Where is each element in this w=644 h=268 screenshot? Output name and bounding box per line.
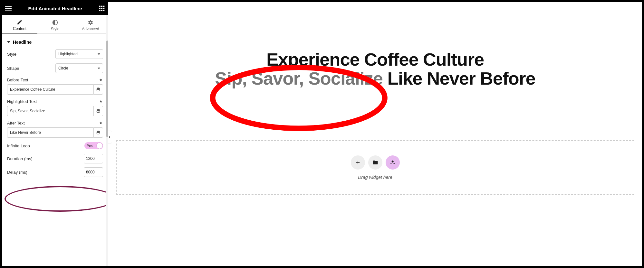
live-preview: Experience Coffee Culture Sip, Savor, So… [108,2,642,88]
svg-rect-10 [101,10,102,11]
dynamic-tags-icon[interactable] [99,99,103,104]
style-select-value: Highlighted [58,52,78,56]
tab-advanced[interactable]: Advanced [73,15,108,33]
after-text-input[interactable] [7,127,93,138]
dynamic-tags-icon[interactable] [99,121,103,125]
editor-canvas: Experience Coffee Culture Sip, Savor, So… [108,2,642,266]
section-headline-label: Headline [13,40,32,45]
dynamic-tags-icon[interactable] [99,78,103,82]
widget-drop-zone[interactable]: Drag widget here [116,140,634,195]
after-text-label: After Text [7,121,25,125]
highlighted-text-label: Highlighted Text [7,99,37,104]
before-text-label: Before Text [7,78,28,82]
toggle-knob [97,143,102,149]
highlighted-text-db-button[interactable] [93,106,103,116]
add-template-button[interactable] [368,155,382,170]
contrast-icon [52,20,58,25]
svg-rect-4 [101,6,102,7]
duration-label: Duration (ms) [7,156,33,161]
tab-style-label: Style [51,27,60,31]
pencil-icon [17,19,23,25]
svg-rect-9 [99,10,101,11]
caret-down-icon [7,41,10,43]
panel-title: Edit Animated Headline [28,6,82,11]
infinite-loop-toggle[interactable]: Yes [84,142,103,149]
svg-rect-7 [101,8,102,9]
panel-tabs: Content Style Advanced [2,15,108,34]
panel-body: Headline Style Highlighted Shape Circle [2,34,108,266]
gear-icon [88,20,93,25]
shape-select[interactable]: Circle [55,63,103,73]
svg-rect-1 [5,8,12,9]
editor-sidebar: Edit Animated Headline Content Style Adv… [2,2,108,266]
sparkle-icon [390,160,396,165]
svg-rect-2 [5,10,12,10]
plus-icon [355,160,361,165]
tab-content[interactable]: Content [2,15,37,33]
folder-icon [372,160,378,165]
style-label: Style [7,52,16,57]
after-text-db-button[interactable] [93,127,103,138]
widget-grid-icon[interactable] [99,5,105,12]
section-headline-toggle[interactable]: Headline [7,34,103,49]
chevron-down-icon [98,68,100,69]
delay-label: Delay (ms) [7,170,27,175]
svg-rect-5 [103,6,104,7]
tab-advanced-label: Advanced [82,27,99,31]
headline-highlighted: Sip, Savor, Socialize [215,68,383,88]
infinite-loop-label: Infinite Loop [7,143,30,148]
selection-indicator-line [108,113,642,113]
before-text-db-button[interactable] [93,84,103,95]
toggle-value-label: Yes [87,144,92,148]
svg-rect-11 [103,10,104,11]
headline-before: Experience Coffee Culture [266,49,484,69]
svg-rect-8 [103,8,104,9]
panel-collapse-handle[interactable] [108,131,112,143]
before-text-input[interactable] [7,84,93,95]
add-widget-button[interactable] [351,155,365,170]
svg-rect-6 [99,8,101,9]
svg-rect-0 [5,6,12,7]
shape-label: Shape [7,66,19,71]
duration-input[interactable] [84,154,103,163]
svg-rect-3 [99,6,101,7]
sidebar-header: Edit Animated Headline [2,2,108,15]
drop-zone-actions [351,155,400,170]
drop-zone-label: Drag widget here [358,175,392,180]
animated-headline[interactable]: Experience Coffee Culture Sip, Savor, So… [182,50,569,88]
tab-style[interactable]: Style [37,15,73,33]
shape-select-value: Circle [58,66,68,70]
headline-after: Like Never Before [387,68,535,88]
style-select[interactable]: Highlighted [55,49,103,59]
tab-content-label: Content [13,26,26,31]
chevron-down-icon [98,53,100,55]
hamburger-icon[interactable] [5,5,12,12]
delay-input[interactable] [84,167,103,177]
highlighted-text-input[interactable] [7,106,93,116]
ai-generate-button[interactable] [386,155,400,170]
